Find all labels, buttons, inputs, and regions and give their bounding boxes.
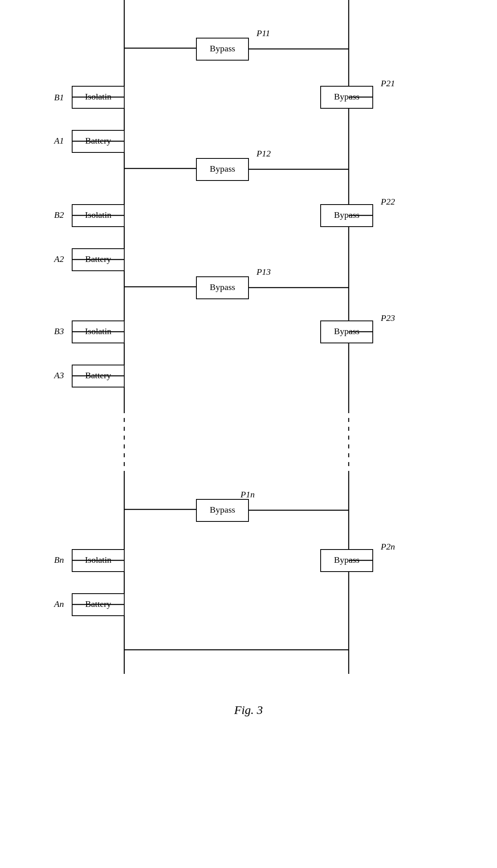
p22-label: Bypass [334, 210, 360, 220]
p21-label: Bypass [334, 91, 360, 101]
a2-tag: A2 [53, 254, 64, 264]
bn-tag: Bn [54, 555, 64, 565]
diagram-container: Bypass P11 Bypass P21 Isolatin B1 Batter… [0, 0, 497, 868]
p22-tag: P22 [380, 197, 395, 207]
a3-tag: A3 [53, 370, 64, 380]
p21-tag: P21 [380, 78, 395, 88]
p1n-label: Bypass [210, 505, 235, 515]
p23-tag: P23 [380, 313, 395, 323]
p11-tag: P11 [256, 28, 270, 38]
p13-label: Bypass [210, 282, 235, 292]
b1-label: Isolatin [85, 91, 111, 101]
b2-label: Isolatin [85, 210, 111, 220]
p1n-tag: P1n [240, 489, 255, 499]
p2n-tag: P2n [380, 541, 395, 552]
p13-tag: P13 [256, 267, 271, 277]
fig-label: Fig. 3 [234, 703, 263, 716]
a2-label: Battery [85, 254, 111, 264]
b1-tag: B1 [54, 92, 64, 102]
p11-label: Bypass [210, 43, 235, 53]
circuit-diagram: Bypass P11 Bypass P21 Isolatin B1 Batter… [0, 0, 497, 868]
b3-tag: B3 [54, 326, 64, 336]
p12-tag: P12 [256, 148, 271, 158]
p12-label: Bypass [210, 164, 235, 174]
bn-label: Isolatin [85, 555, 111, 565]
b2-tag: B2 [54, 210, 64, 220]
an-tag: An [53, 599, 64, 609]
a3-label: Battery [85, 370, 111, 380]
p23-label: Bypass [334, 326, 360, 336]
b3-label: Isolatin [85, 326, 111, 336]
a1-label: Battery [85, 136, 111, 146]
p2n-label: Bypass [334, 555, 360, 565]
a1-tag: A1 [53, 136, 64, 146]
an-label: Battery [85, 599, 111, 609]
